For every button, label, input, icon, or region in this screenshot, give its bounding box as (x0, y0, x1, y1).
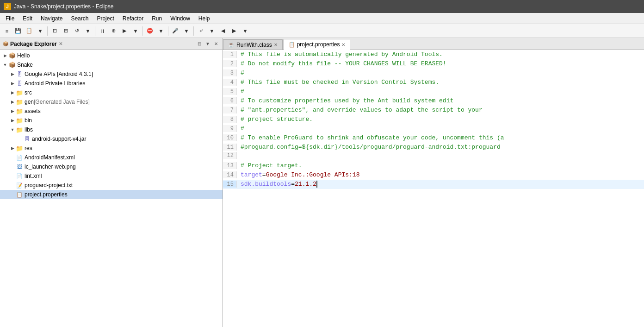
code-line-1[interactable]: 1# This file is automatically generated … (223, 50, 644, 59)
tab-project-properties[interactable]: 📋project.properties✕ (284, 39, 351, 50)
tree-item-bin[interactable]: ▶📁bin (0, 116, 223, 125)
tree-item-snake[interactable]: ▼📦Snake (0, 60, 223, 69)
tree-item-lint[interactable]: 📄lint.xml (0, 171, 223, 181)
menu-item-help[interactable]: Help (195, 14, 214, 23)
line-content-3: # (237, 69, 244, 78)
tab-close-project-properties[interactable]: ✕ (341, 42, 345, 47)
code-line-12[interactable]: 12 (223, 152, 644, 161)
toolbar-btn-11[interactable]: ▼ (130, 26, 141, 36)
tree-item-android-support[interactable]: 🗄android-support-v4.jar (0, 134, 223, 144)
tab-close-runwith[interactable]: ✕ (274, 42, 278, 47)
explorer-tree-icon: 📦 (3, 41, 8, 46)
tree-icon-ic-launcher: 🖼 (16, 163, 23, 170)
tree-item-assets[interactable]: ▶📁assets (0, 107, 223, 116)
explorer-header-buttons: ⊟ ▼ ✕ (196, 40, 220, 48)
tree-arrow-res[interactable]: ▶ (9, 146, 16, 151)
toolbar-btn-16[interactable]: ▼ (207, 26, 217, 36)
line-content-15: sdk.buildtools=21.1.2 (237, 180, 317, 189)
menu-item-refactor[interactable]: Refactor (119, 14, 147, 23)
toolbar-btn-mic[interactable]: 🎤 (170, 26, 180, 36)
tree-arrow-gen[interactable]: ▶ (9, 100, 16, 104)
tree-item-proguard[interactable]: 📝proguard-project.txt (0, 181, 223, 190)
editor-content[interactable]: 1# This file is automatically generated … (223, 50, 644, 327)
code-line-3[interactable]: 3# (223, 69, 644, 78)
toolbar-btn-17[interactable]: ▼ (240, 26, 250, 36)
toolbar-btn-fwd[interactable]: ▶ (229, 26, 239, 36)
tree-arrow-google-apis[interactable]: ▶ (9, 72, 16, 76)
tree-arrow-hello[interactable]: ▶ (2, 53, 8, 58)
toolbar-btn-6[interactable]: ⊞ (61, 26, 71, 36)
tree-item-androidmanifest[interactable]: 📄AndroidManifest.xml (0, 153, 223, 162)
tree-label-gen: gen (25, 99, 34, 105)
explorer-menu-btn[interactable]: ▼ (204, 40, 211, 48)
line-content-4: # This file must be checked in Version C… (237, 78, 439, 87)
menu-item-window[interactable]: Window (167, 14, 194, 23)
tree-item-gen[interactable]: ▶📁gen [Generated Java Files] (0, 97, 223, 107)
tree-item-ic-launcher[interactable]: 🖼ic_launcher-web.png (0, 162, 223, 171)
menu-item-project[interactable]: Project (93, 14, 118, 23)
tree-arrow-src[interactable]: ▶ (9, 90, 16, 95)
code-line-2[interactable]: 2# Do not modify this file -- YOUR CHANG… (223, 59, 644, 69)
toolbar-btn-10[interactable]: ▶ (119, 26, 130, 36)
tree-icon-libs: 📁 (16, 126, 23, 133)
code-line-4[interactable]: 4# This file must be checked in Version … (223, 78, 644, 87)
toolbar-btn-1[interactable]: ≡ (2, 26, 12, 36)
code-line-6[interactable]: 6# To customize properties used by the A… (223, 96, 644, 106)
tab-runwith[interactable]: ☕RunWith.class✕ (223, 39, 283, 50)
code-line-11[interactable]: 11#proguard.config=${sdk.dir}/tools/prog… (223, 143, 644, 152)
code-line-10[interactable]: 10# To enable ProGuard to shrink and obf… (223, 133, 644, 143)
tree-label-libs: libs (25, 126, 33, 133)
tree-item-google-apis[interactable]: ▶🗄Google APIs [Android 4.3.1] (0, 69, 223, 79)
tree-content: ▶📦Hello▼📦Snake▶🗄Google APIs [Android 4.3… (0, 50, 223, 327)
explorer-title: Package Explorer (10, 41, 57, 47)
toolbar-btn-debug[interactable]: ⊕ (108, 26, 118, 36)
toolbar-btn-12[interactable]: ⛔ (145, 26, 155, 36)
code-line-5[interactable]: 5# (223, 87, 644, 96)
code-line-15[interactable]: 15sdk.buildtools=21.1.2 (223, 180, 644, 189)
toolbar-btn-8[interactable]: ▼ (83, 26, 93, 36)
toolbar-btn-14[interactable]: ▼ (181, 26, 192, 36)
line-content-2: # Do not modify this file -- YOUR CHANGE… (237, 59, 446, 69)
toolbar-btn-9[interactable]: ⏸ (97, 26, 107, 36)
menu-item-navigate[interactable]: Navigate (37, 14, 66, 23)
tree-item-hello[interactable]: ▶📦Hello (0, 51, 223, 60)
toolbar-btn-5[interactable]: ⊡ (50, 26, 60, 36)
line-content-9: # (237, 124, 244, 133)
tree-arrow-android-private[interactable]: ▶ (9, 81, 16, 86)
tree-arrow-snake[interactable]: ▼ (2, 63, 8, 67)
menu-item-file[interactable]: File (2, 14, 18, 23)
menu-item-edit[interactable]: Edit (19, 14, 36, 23)
tree-label-proguard: proguard-project.txt (25, 182, 73, 189)
toolbar-btn-15[interactable]: ⤶ (196, 26, 206, 36)
toolbar-btn-back[interactable]: ◀ (218, 26, 228, 36)
tree-item-project-props[interactable]: 📋project.properties (0, 190, 223, 199)
menu-item-run[interactable]: Run (148, 14, 166, 23)
tree-item-src[interactable]: ▶📁src (0, 88, 223, 97)
line-number-5: 5 (223, 88, 237, 95)
code-line-7[interactable]: 7# "ant.properties", and override values… (223, 106, 644, 115)
toolbar-btn-13[interactable]: ▼ (156, 26, 166, 36)
tree-item-libs[interactable]: ▼📁libs (0, 125, 223, 134)
code-line-13[interactable]: 13# Project target. (223, 161, 644, 170)
line-number-4: 4 (223, 79, 237, 86)
code-line-14[interactable]: 14target=Google Inc.:Google APIs:18 (223, 170, 644, 180)
tree-arrow-libs[interactable]: ▼ (9, 127, 16, 132)
toolbar-btn-4[interactable]: ▼ (35, 26, 45, 36)
tree-item-android-private[interactable]: ▶🗄Android Private Libraries (0, 79, 223, 88)
line-number-7: 7 (223, 107, 237, 113)
tab-icon-project-properties: 📋 (289, 42, 295, 48)
code-line-8[interactable]: 8# project structure. (223, 115, 644, 124)
toolbar-btn-3[interactable]: 📋 (24, 26, 34, 36)
toolbar-btn-7[interactable]: ↺ (72, 26, 82, 36)
tree-arrow-assets[interactable]: ▶ (9, 109, 16, 113)
toolbar-btn-save[interactable]: 💾 (13, 26, 23, 36)
menu-item-search[interactable]: Search (67, 14, 92, 23)
toolbar-sep-2 (95, 26, 95, 36)
line-content-5: # (237, 87, 244, 96)
tree-icon-androidmanifest: 📄 (16, 154, 23, 161)
tree-item-res[interactable]: ▶📁res (0, 144, 223, 153)
code-line-9[interactable]: 9# (223, 124, 644, 133)
explorer-collapse-btn[interactable]: ⊟ (196, 40, 203, 48)
tree-arrow-bin[interactable]: ▶ (9, 118, 16, 123)
explorer-close-btn[interactable]: ✕ (212, 40, 220, 48)
